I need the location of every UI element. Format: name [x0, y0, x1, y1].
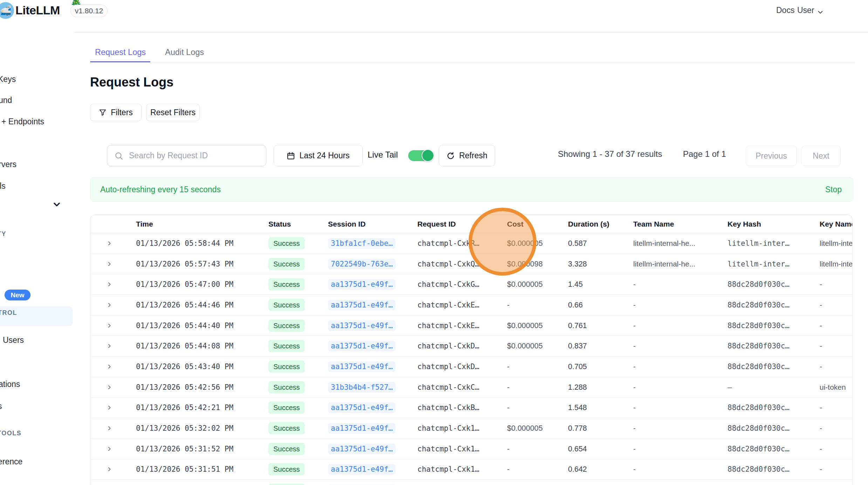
row-expand-chevron-icon[interactable] [107, 384, 112, 390]
row-expand-chevron-icon[interactable] [107, 343, 112, 349]
session-id-link[interactable]: 31bfa1cf-0ebe… [328, 238, 396, 249]
calendar-icon [287, 152, 295, 160]
cell-team-name: - [633, 445, 636, 453]
cell-request-id: chatcmpl-CxkE… [417, 321, 479, 330]
cell-cost: $0.000005 [507, 342, 543, 351]
table-row[interactable]: 01/13/2026 05:57:43 PM Success 7022549b-… [90, 254, 852, 275]
cell-duration: 0.837 [568, 342, 587, 351]
status-badge: Success [268, 484, 305, 485]
reset-filters-button[interactable]: Reset Filters [146, 104, 200, 121]
session-id-link[interactable]: 7022549b-763e… [328, 259, 396, 269]
cell-duration: 3.328 [568, 259, 587, 268]
sidebar-item-api-reference[interactable]: erence [0, 457, 22, 466]
table-row[interactable]: 01/13/2026 05:31:52 PM Success aa1375d1-… [90, 439, 852, 459]
cell-team-name: - [633, 342, 636, 350]
cell-session: 31b3b4b4-f527… [328, 382, 396, 393]
table-row[interactable]: 01/13/2026 05:58:44 PM Success 31bfa1cf-… [90, 233, 852, 254]
cell-duration: 1.45 [568, 280, 583, 289]
cell-team-name: - [633, 383, 636, 392]
cell-duration: 1.288 [568, 383, 587, 392]
col-header-keyhash: Key Hash [727, 220, 761, 228]
session-id-link[interactable]: aa1375d1-e49f… [328, 444, 396, 454]
filters-button[interactable]: Filters [90, 104, 142, 121]
table-row[interactable]: 01/13/2026 05:31:51 PM Success aa1375d1-… [90, 459, 852, 480]
cell-key-hash: 88dc28d0f030c… [727, 403, 790, 412]
next-page-button[interactable]: Next [801, 146, 841, 166]
time-range-button[interactable]: Last 24 Hours [274, 145, 363, 166]
table-row[interactable]: 01/13/2026 05:44:08 PM Success aa1375d1-… [90, 336, 852, 356]
tab-request-logs[interactable]: Request Logs [95, 48, 146, 57]
col-header-time: Time [136, 220, 153, 228]
row-expand-chevron-icon[interactable] [107, 241, 112, 246]
row-expand-chevron-icon[interactable] [107, 405, 112, 410]
sidebar-item-internal-users[interactable]: Users [3, 335, 24, 345]
sidebar-item-virtual-keys[interactable]: Keys [0, 75, 16, 84]
row-expand-chevron-icon[interactable] [107, 261, 112, 267]
cell-time: 01/13/2026 05:42:56 PM [136, 383, 233, 392]
session-id-link[interactable]: aa1375d1-e49f… [328, 402, 396, 413]
results-count-text: Showing 1 - 37 of 37 results [558, 149, 662, 159]
row-expand-chevron-icon[interactable] [107, 466, 112, 472]
sidebar-item-models-endpoints[interactable]: + Endpoints [1, 117, 44, 126]
session-id-link[interactable]: aa1375d1-e49f… [328, 279, 396, 290]
cell-key-hash: 88dc28d0f030c… [727, 465, 790, 473]
chevron-down-icon[interactable] [816, 8, 824, 16]
row-expand-chevron-icon[interactable] [107, 282, 112, 287]
session-id-link[interactable]: aa1375d1-e49f… [328, 423, 396, 434]
cell-request-id: chatcmpl-CxkR… [417, 239, 479, 248]
table-row[interactable]: 01/13/2026 05:31:38 PM Success aa1375d1-… [90, 480, 852, 485]
sidebar-item-organizations[interactable]: ations [0, 380, 20, 389]
litellm-logo-icon[interactable]: 🚅 [0, 2, 14, 19]
sidebar-item-mcp-servers[interactable]: rvers [0, 160, 16, 169]
cell-time: 01/13/2026 05:32:02 PM [136, 424, 233, 432]
table-row[interactable]: 01/13/2026 05:44:46 PM Success aa1375d1-… [90, 295, 852, 316]
table-row[interactable]: 01/13/2026 05:43:40 PM Success aa1375d1-… [90, 356, 852, 377]
table-row[interactable]: 01/13/2026 05:42:21 PM Success aa1375d1-… [90, 398, 852, 418]
sidebar-item-guardrails[interactable]: ils [0, 181, 6, 191]
tab-audit-logs[interactable]: Audit Logs [165, 48, 204, 57]
docs-link[interactable]: Docs [776, 6, 794, 15]
row-expand-chevron-icon[interactable] [107, 323, 112, 328]
table-row[interactable]: 01/13/2026 05:44:40 PM Success aa1375d1-… [90, 316, 852, 336]
sidebar-item-teams[interactable]: s [0, 402, 2, 411]
row-expand-chevron-icon[interactable] [107, 302, 112, 308]
sidebar-collapse-chevron-icon[interactable] [52, 200, 62, 209]
cell-key-name: - [820, 445, 822, 453]
cell-key-name: - [820, 403, 822, 412]
cell-status: Success [268, 381, 305, 393]
table-row[interactable]: 01/13/2026 05:42:56 PM Success 31b3b4b4-… [90, 377, 852, 398]
search-request-id-box[interactable] [107, 145, 266, 166]
row-expand-chevron-icon[interactable] [107, 425, 112, 431]
cell-key-hash: 88dc28d0f030c… [727, 321, 790, 330]
col-header-duration: Duration (s) [568, 220, 609, 228]
session-id-link[interactable]: aa1375d1-e49f… [328, 464, 396, 474]
sidebar-item-playground[interactable]: und [0, 96, 12, 105]
live-tail-toggle[interactable] [408, 150, 433, 161]
status-badge: Success [268, 381, 305, 393]
session-id-link[interactable]: aa1375d1-e49f… [328, 341, 396, 351]
cell-key-name: litellm-inter… [820, 239, 853, 248]
col-header-session: Session ID [328, 220, 365, 228]
table-row[interactable]: 01/13/2026 05:47:00 PM Success aa1375d1-… [90, 274, 852, 295]
row-expand-chevron-icon[interactable] [107, 446, 112, 452]
cell-key-name: - [820, 424, 822, 432]
cell-session: aa1375d1-e49f… [328, 464, 396, 474]
cell-duration: 1.548 [568, 403, 587, 412]
session-id-link[interactable]: 31b3b4b4-f527… [328, 382, 396, 393]
cell-team-name: litellm-internal-he... [633, 260, 695, 268]
search-input[interactable] [128, 151, 249, 161]
stop-auto-refresh-button[interactable]: Stop [825, 185, 842, 194]
session-id-link[interactable]: aa1375d1-e49f… [328, 300, 396, 310]
cell-key-name: ui-token [820, 383, 846, 392]
session-id-link[interactable]: aa1375d1-e49f… [328, 361, 396, 372]
user-menu[interactable]: User [797, 6, 814, 15]
row-expand-chevron-icon[interactable] [107, 364, 112, 369]
col-header-team: Team Name [633, 220, 674, 228]
previous-page-button[interactable]: Previous [746, 146, 797, 166]
session-id-link[interactable]: aa1375d1-e49f… [328, 320, 396, 331]
cell-status: Success [268, 319, 305, 332]
litellm-app: 🚅 LiteLLM 🎄 v1.80.12 Docs User Keys und … [0, 0, 868, 485]
table-row[interactable]: 01/13/2026 05:32:02 PM Success aa1375d1-… [90, 418, 852, 439]
cell-time: 01/13/2026 05:44:46 PM [136, 301, 233, 309]
refresh-button[interactable]: Refresh [439, 145, 495, 166]
